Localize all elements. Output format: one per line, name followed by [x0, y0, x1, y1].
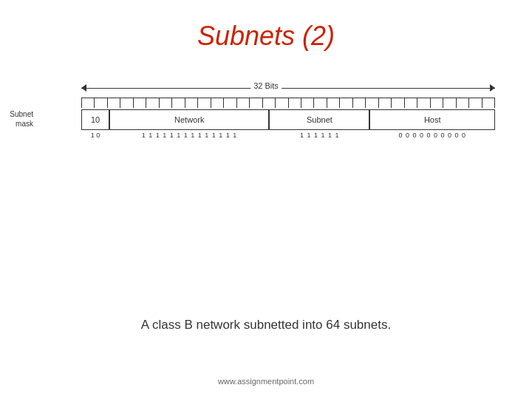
- tick: [379, 98, 392, 108]
- tick: [417, 98, 430, 108]
- tick: [327, 98, 340, 108]
- tick: [146, 98, 159, 108]
- tick: [263, 98, 276, 108]
- tick: [172, 98, 185, 108]
- field-host: Host: [369, 109, 495, 130]
- diagram: 32 Bits Subnet m: [37, 81, 495, 139]
- tick: [198, 98, 211, 108]
- bits-zeros-host: 0 0 0 0 0 0 0 0 0 0: [370, 132, 495, 139]
- arrow-right-icon: [490, 84, 495, 92]
- field-network: Network: [109, 109, 269, 130]
- tick: [185, 98, 198, 108]
- tick: [134, 98, 146, 108]
- tick: [482, 98, 494, 108]
- subnet-mask-label: Subnet mask: [0, 109, 33, 129]
- tick: [289, 98, 301, 108]
- bit-values-row: 1 0 1 1 1 1 1 1 1 1 1 1 1 1 1 1 1 1 1 1 …: [81, 132, 495, 139]
- field-subnet: Subnet: [269, 109, 369, 130]
- bits-arrow-row: 32 Bits: [37, 81, 495, 95]
- description: A class B network subnetted into 64 subn…: [0, 318, 532, 332]
- page-title: Subnets (2): [0, 0, 532, 52]
- tick: [82, 98, 95, 108]
- tick: [224, 98, 236, 108]
- field-10: 10: [81, 109, 109, 130]
- tick: [443, 98, 456, 108]
- tick: [469, 98, 482, 108]
- tick: [250, 98, 262, 108]
- tick: [211, 98, 224, 108]
- bits-ones-network: 1 1 1 1 1 1 1 1 1 1 1 1 1 1: [109, 132, 270, 139]
- tick: [276, 98, 288, 108]
- bits-line: [81, 88, 495, 89]
- tick: [353, 98, 366, 108]
- arrow-left-icon: [81, 84, 86, 92]
- tick: [366, 98, 378, 108]
- tick: [405, 98, 417, 108]
- tick: [340, 98, 352, 108]
- tick: [457, 98, 469, 108]
- ticks-row: [81, 98, 495, 108]
- footer: www.assignmentpoint.com: [0, 377, 532, 386]
- tick: [431, 98, 443, 108]
- bits-label: 32 Bits: [250, 81, 282, 90]
- tick: [301, 98, 314, 108]
- tick: [314, 98, 327, 108]
- tick: [392, 98, 404, 108]
- fields-row: Subnet mask 10 Network Subnet Host: [37, 109, 495, 130]
- tick: [108, 98, 120, 108]
- bits-ones-subnet: 1 1 1 1 1 1: [270, 132, 370, 139]
- tick: [237, 98, 250, 108]
- bit-10: 1 0: [81, 132, 109, 139]
- tick: [120, 98, 133, 108]
- tick: [160, 98, 172, 108]
- tick: [95, 98, 107, 108]
